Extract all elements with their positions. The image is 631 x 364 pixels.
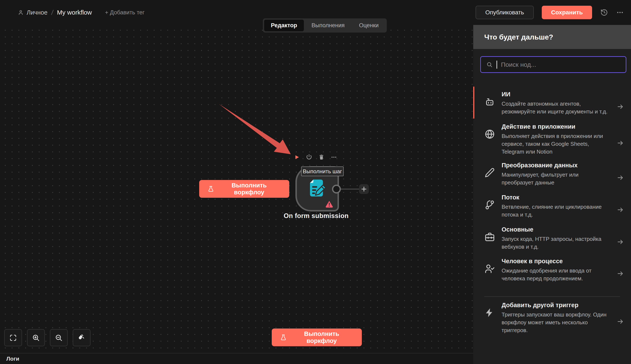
text-caret xyxy=(496,61,497,69)
arrow-right-icon xyxy=(617,140,624,146)
node-more-options-icon[interactable] xyxy=(331,154,337,160)
category-description: Ветвление, слияние или циклирование пото… xyxy=(502,203,608,219)
search-icon xyxy=(486,62,493,68)
node-picker-panel: Что будет дальше? ИИ Создайте автономных… xyxy=(473,25,631,364)
logs-label: Логи xyxy=(6,356,19,362)
trash-icon[interactable] xyxy=(318,154,325,160)
broom-icon xyxy=(78,334,86,342)
arrow-right-icon xyxy=(617,174,624,181)
breadcrumb: Личное / My workflow + Добавить тег xyxy=(0,9,145,16)
breadcrumb-project-label: Личное xyxy=(27,9,48,16)
zoom-in-icon xyxy=(32,334,40,342)
node-search[interactable] xyxy=(480,56,626,73)
panel-header: Что будет дальше? xyxy=(473,25,631,49)
more-options-icon[interactable] xyxy=(616,9,624,16)
logs-bar[interactable]: Логи xyxy=(0,353,473,364)
category-description: Триггеры запускают ваш воркфлоу. Один во… xyxy=(502,311,608,334)
category-item-ai[interactable]: ИИ Создайте автономных агентов, резюмиру… xyxy=(473,91,631,116)
category-title: Действие в приложении xyxy=(502,123,608,130)
category-title: Человек в процессе xyxy=(502,258,608,265)
add-trigger-item[interactable]: Добавить другой триггер Триггеры запуска… xyxy=(473,302,631,334)
lightning-icon xyxy=(484,307,496,318)
person-check-icon xyxy=(484,263,496,274)
tidy-up-button[interactable] xyxy=(73,329,91,346)
history-icon[interactable] xyxy=(600,8,608,16)
top-actions: Опубликовать Сохранить xyxy=(476,6,631,19)
warning-icon xyxy=(325,200,334,208)
arrow-right-icon xyxy=(617,206,624,213)
category-description: Манипулирует, фильтрует или преобразует … xyxy=(502,171,608,186)
category-description: Запуск кода, HTTP запросы, настройка веб… xyxy=(502,235,608,251)
node-toolbar xyxy=(294,154,337,160)
arrow-right-icon xyxy=(617,318,624,325)
arrow-right-icon xyxy=(617,103,624,110)
fit-view-icon xyxy=(9,334,17,342)
panel-title: Что будет дальше? xyxy=(484,33,553,41)
robot-icon xyxy=(484,96,496,107)
category-title: Основные xyxy=(502,226,608,233)
search-input[interactable] xyxy=(501,61,611,68)
category-description: Ожидание одобрения или ввода от человека… xyxy=(502,267,608,282)
save-button[interactable]: Сохранить xyxy=(542,6,592,19)
zoom-out-icon xyxy=(55,334,63,342)
toolbox-icon xyxy=(484,232,496,242)
category-description: Выполняет действия в приложении или серв… xyxy=(502,132,608,156)
execute-workflow-button-bottom[interactable]: Выполнить воркфлоу xyxy=(272,328,362,346)
category-description: Создайте автономных агентов, резюмируйте… xyxy=(502,100,608,116)
flask-icon xyxy=(280,334,286,341)
zoom-out-button[interactable] xyxy=(50,329,68,346)
form-submission-icon xyxy=(306,178,328,200)
flask-icon xyxy=(208,185,214,192)
category-item-human-in-loop[interactable]: Человек в процессе Ожидание одобрения ил… xyxy=(473,258,631,282)
category-title: Преобразование данных xyxy=(502,162,608,169)
tab-editor[interactable]: Редактор xyxy=(264,20,304,31)
canvas-controls xyxy=(4,329,91,346)
node-label[interactable]: On form submission xyxy=(263,212,369,220)
category-title: Поток xyxy=(502,194,608,201)
execute-workflow-button[interactable]: Выполнить воркфлоу xyxy=(199,180,289,198)
tab-evaluations[interactable]: Оценки xyxy=(352,20,386,31)
arrow-right-icon xyxy=(617,238,624,246)
workflow-canvas[interactable]: Выполнить шаг On form submission Выполни… xyxy=(0,25,473,353)
user-icon xyxy=(18,10,24,16)
arrow-right-icon xyxy=(617,270,624,277)
run-step-tooltip: Выполнить шаг xyxy=(301,166,344,176)
add-tag-button[interactable]: + Добавить тег xyxy=(105,9,145,16)
category-item-core[interactable]: Основные Запуск кода, HTTP запросы, наст… xyxy=(473,226,631,251)
category-title: ИИ xyxy=(502,91,608,98)
publish-button[interactable]: Опубликовать xyxy=(476,6,534,19)
globe-icon xyxy=(484,129,496,140)
fit-view-button[interactable] xyxy=(4,329,22,346)
breadcrumb-project[interactable]: Личное xyxy=(18,9,48,16)
breadcrumb-separator: / xyxy=(51,9,54,16)
category-item-flow[interactable]: Поток Ветвление, слияние или циклировани… xyxy=(473,194,631,219)
workflow-name[interactable]: My workflow xyxy=(57,9,92,16)
category-title: Добавить другой триггер xyxy=(502,302,608,309)
zoom-in-button[interactable] xyxy=(27,329,45,346)
power-icon[interactable] xyxy=(306,154,312,160)
tab-executions[interactable]: Выполнения xyxy=(305,20,352,31)
plus-icon xyxy=(360,186,368,193)
view-tabs: Редактор Выполнения Оценки xyxy=(263,18,387,32)
connection-line xyxy=(340,189,360,190)
panel-divider xyxy=(484,296,620,297)
output-connector[interactable] xyxy=(332,185,341,194)
pencil-icon xyxy=(484,167,496,178)
category-item-app-action[interactable]: Действие в приложении Выполняет действия… xyxy=(473,123,631,156)
category-item-data-transform[interactable]: Преобразование данных Манипулирует, филь… xyxy=(473,162,631,186)
run-node-icon[interactable] xyxy=(294,154,300,160)
add-node-button[interactable] xyxy=(359,184,369,194)
branch-icon xyxy=(484,200,496,210)
